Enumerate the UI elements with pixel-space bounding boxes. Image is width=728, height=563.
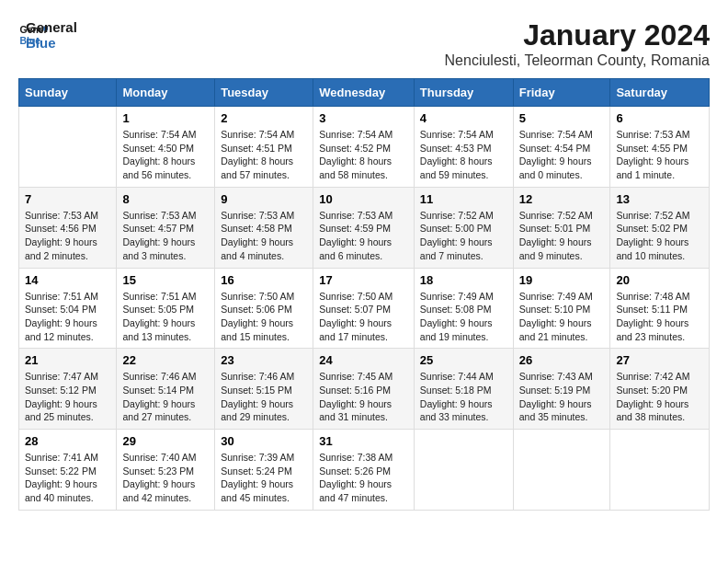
page-header: General Blue General Blue January 2024 N… [18,18,710,69]
day-cell [513,430,610,511]
day-cell: 25Sunrise: 7:44 AMSunset: 5:18 PMDayligh… [414,349,513,430]
title-section: January 2024 Nenciulesti, Teleorman Coun… [445,18,710,69]
day-info: Sunrise: 7:46 AMSunset: 5:14 PMDaylight:… [122,370,209,424]
day-info: Sunrise: 7:53 AMSunset: 4:55 PMDaylight:… [616,128,703,182]
day-cell: 10Sunrise: 7:53 AMSunset: 4:59 PMDayligh… [313,187,415,268]
day-cell: 2Sunrise: 7:54 AMSunset: 4:51 PMDaylight… [215,107,313,188]
day-info: Sunrise: 7:50 AMSunset: 5:07 PMDaylight:… [319,290,408,344]
day-info: Sunrise: 7:52 AMSunset: 5:00 PMDaylight:… [420,209,507,263]
day-number: 5 [519,111,605,125]
calendar-table: SundayMondayTuesdayWednesdayThursdayFrid… [18,78,710,511]
day-cell: 26Sunrise: 7:43 AMSunset: 5:19 PMDayligh… [513,349,610,430]
calendar-header: SundayMondayTuesdayWednesdayThursdayFrid… [19,79,710,107]
day-cell: 24Sunrise: 7:45 AMSunset: 5:16 PMDayligh… [313,349,415,430]
day-number: 31 [319,434,408,448]
day-number: 4 [420,111,507,125]
day-cell: 18Sunrise: 7:49 AMSunset: 5:08 PMDayligh… [414,268,513,349]
day-number: 28 [25,434,110,448]
day-number: 13 [616,192,703,206]
day-cell: 21Sunrise: 7:47 AMSunset: 5:12 PMDayligh… [19,349,117,430]
day-number: 26 [519,353,605,367]
day-cell: 22Sunrise: 7:46 AMSunset: 5:14 PMDayligh… [117,349,215,430]
day-cell: 12Sunrise: 7:52 AMSunset: 5:01 PMDayligh… [513,187,610,268]
day-cell: 6Sunrise: 7:53 AMSunset: 4:55 PMDaylight… [610,107,710,188]
header-row: SundayMondayTuesdayWednesdayThursdayFrid… [19,79,710,107]
header-day-friday: Friday [513,79,610,107]
day-cell: 11Sunrise: 7:52 AMSunset: 5:00 PMDayligh… [414,187,513,268]
day-cell: 3Sunrise: 7:54 AMSunset: 4:52 PMDaylight… [313,107,415,188]
subtitle: Nenciulesti, Teleorman County, Romania [445,52,710,69]
day-info: Sunrise: 7:51 AMSunset: 5:04 PMDaylight:… [25,290,110,344]
day-cell: 15Sunrise: 7:51 AMSunset: 5:05 PMDayligh… [117,268,215,349]
day-info: Sunrise: 7:51 AMSunset: 5:05 PMDaylight:… [122,290,209,344]
day-number: 23 [221,353,307,367]
calendar-body: 1Sunrise: 7:54 AMSunset: 4:50 PMDaylight… [19,107,710,511]
day-number: 3 [319,111,408,125]
week-row-2: 7Sunrise: 7:53 AMSunset: 4:56 PMDaylight… [19,187,710,268]
day-info: Sunrise: 7:43 AMSunset: 5:19 PMDaylight:… [519,370,605,424]
day-info: Sunrise: 7:53 AMSunset: 4:57 PMDaylight:… [122,209,209,263]
week-row-3: 14Sunrise: 7:51 AMSunset: 5:04 PMDayligh… [19,268,710,349]
day-info: Sunrise: 7:54 AMSunset: 4:50 PMDaylight:… [122,128,209,182]
day-cell: 29Sunrise: 7:40 AMSunset: 5:23 PMDayligh… [117,430,215,511]
week-row-5: 28Sunrise: 7:41 AMSunset: 5:22 PMDayligh… [19,430,710,511]
week-row-4: 21Sunrise: 7:47 AMSunset: 5:12 PMDayligh… [19,349,710,430]
day-number: 18 [420,273,507,287]
main-title: January 2024 [445,18,710,52]
day-info: Sunrise: 7:38 AMSunset: 5:26 PMDaylight:… [319,451,408,505]
day-cell: 28Sunrise: 7:41 AMSunset: 5:22 PMDayligh… [19,430,117,511]
day-number: 22 [122,353,209,367]
day-info: Sunrise: 7:47 AMSunset: 5:12 PMDaylight:… [25,370,110,424]
day-info: Sunrise: 7:53 AMSunset: 4:58 PMDaylight:… [221,209,307,263]
day-info: Sunrise: 7:48 AMSunset: 5:11 PMDaylight:… [616,290,703,344]
day-info: Sunrise: 7:49 AMSunset: 5:08 PMDaylight:… [420,290,507,344]
day-cell: 30Sunrise: 7:39 AMSunset: 5:24 PMDayligh… [215,430,313,511]
week-row-1: 1Sunrise: 7:54 AMSunset: 4:50 PMDaylight… [19,107,710,188]
day-info: Sunrise: 7:54 AMSunset: 4:52 PMDaylight:… [319,128,408,182]
day-info: Sunrise: 7:44 AMSunset: 5:18 PMDaylight:… [420,370,507,424]
day-number: 27 [616,353,703,367]
day-info: Sunrise: 7:46 AMSunset: 5:15 PMDaylight:… [221,370,307,424]
day-info: Sunrise: 7:42 AMSunset: 5:20 PMDaylight:… [616,370,703,424]
day-number: 10 [319,192,408,206]
day-cell: 19Sunrise: 7:49 AMSunset: 5:10 PMDayligh… [513,268,610,349]
day-cell: 17Sunrise: 7:50 AMSunset: 5:07 PMDayligh… [313,268,415,349]
day-number: 12 [519,192,605,206]
day-info: Sunrise: 7:54 AMSunset: 4:54 PMDaylight:… [519,128,605,182]
day-number: 1 [122,111,209,125]
day-number: 9 [221,192,307,206]
day-cell: 14Sunrise: 7:51 AMSunset: 5:04 PMDayligh… [19,268,117,349]
day-info: Sunrise: 7:41 AMSunset: 5:22 PMDaylight:… [25,451,110,505]
day-number: 7 [25,192,110,206]
day-number: 6 [616,111,703,125]
day-info: Sunrise: 7:49 AMSunset: 5:10 PMDaylight:… [519,290,605,344]
day-number: 25 [420,353,507,367]
day-info: Sunrise: 7:54 AMSunset: 4:51 PMDaylight:… [221,128,307,182]
day-number: 29 [122,434,209,448]
day-number: 2 [221,111,307,125]
day-cell: 31Sunrise: 7:38 AMSunset: 5:26 PMDayligh… [313,430,415,511]
header-day-sunday: Sunday [19,79,117,107]
day-info: Sunrise: 7:54 AMSunset: 4:53 PMDaylight:… [420,128,507,182]
header-day-saturday: Saturday [610,79,710,107]
day-cell: 7Sunrise: 7:53 AMSunset: 4:56 PMDaylight… [19,187,117,268]
day-number: 8 [122,192,209,206]
day-info: Sunrise: 7:39 AMSunset: 5:24 PMDaylight:… [221,451,307,505]
day-info: Sunrise: 7:52 AMSunset: 5:02 PMDaylight:… [616,209,703,263]
day-info: Sunrise: 7:50 AMSunset: 5:06 PMDaylight:… [221,290,307,344]
day-number: 17 [319,273,408,287]
day-cell: 23Sunrise: 7:46 AMSunset: 5:15 PMDayligh… [215,349,313,430]
day-number: 20 [616,273,703,287]
day-cell: 16Sunrise: 7:50 AMSunset: 5:06 PMDayligh… [215,268,313,349]
day-cell: 27Sunrise: 7:42 AMSunset: 5:20 PMDayligh… [610,349,710,430]
day-cell: 1Sunrise: 7:54 AMSunset: 4:50 PMDaylight… [117,107,215,188]
day-number: 21 [25,353,110,367]
day-cell [19,107,117,188]
day-info: Sunrise: 7:53 AMSunset: 4:59 PMDaylight:… [319,209,408,263]
day-number: 16 [221,273,307,287]
day-cell: 20Sunrise: 7:48 AMSunset: 5:11 PMDayligh… [610,268,710,349]
header-day-tuesday: Tuesday [215,79,313,107]
day-cell: 5Sunrise: 7:54 AMSunset: 4:54 PMDaylight… [513,107,610,188]
logo-blue: Blue [26,36,77,52]
day-cell [414,430,513,511]
